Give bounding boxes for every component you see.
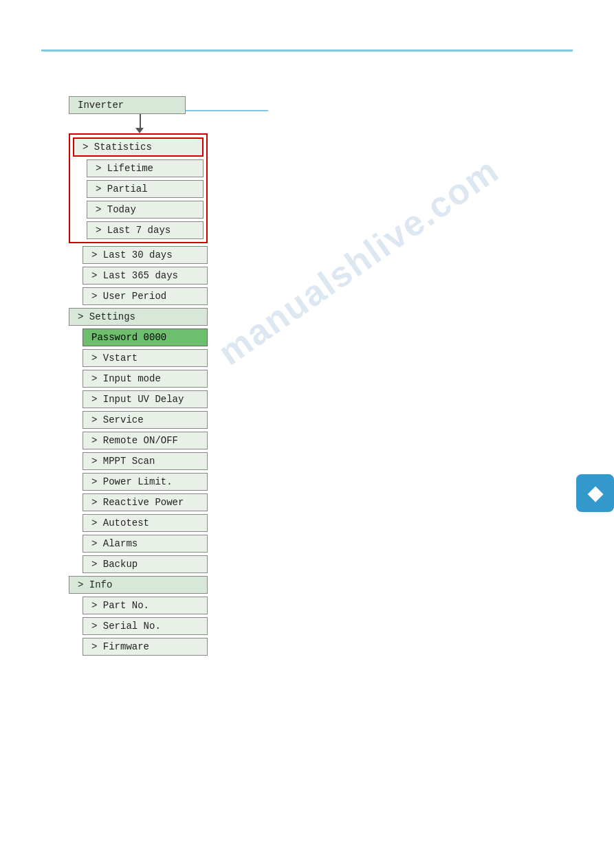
vstart-label: > Vstart	[91, 353, 138, 364]
lifetime-label: > Lifetime	[96, 163, 153, 174]
last30days-label: > Last 30 days	[91, 249, 173, 260]
inverter-label: Inverter	[78, 100, 124, 111]
last7days-node[interactable]: > Last 7 days	[87, 221, 204, 239]
autotest-node[interactable]: > Autotest	[83, 514, 208, 532]
inputuvdelay-node[interactable]: > Input UV Delay	[83, 390, 208, 408]
today-label: > Today	[96, 204, 136, 215]
firmware-node[interactable]: > Firmware	[83, 638, 208, 656]
reactivepower-node[interactable]: > Reactive Power	[83, 493, 208, 511]
alarms-label: > Alarms	[91, 538, 138, 549]
info-icon: ◆	[588, 482, 603, 504]
password-label: Password 0000	[91, 332, 166, 343]
partno-label: > Part No.	[91, 600, 149, 611]
powerlimit-node[interactable]: > Power Limit.	[83, 473, 208, 491]
info-node[interactable]: > Info	[69, 576, 208, 594]
remoteonoff-node[interactable]: > Remote ON/OFF	[83, 432, 208, 449]
menu-tree: Inverter > Statistics > Lifetime > Parti…	[69, 96, 208, 656]
settings-node[interactable]: > Settings	[69, 308, 208, 326]
inputmode-node[interactable]: > Input mode	[83, 370, 208, 388]
backup-node[interactable]: > Backup	[83, 555, 208, 573]
service-node[interactable]: > Service	[83, 411, 208, 429]
serialno-label: > Serial No.	[91, 621, 161, 632]
reactivepower-label: > Reactive Power	[91, 497, 184, 508]
statistics-label: > Statistics	[83, 142, 152, 153]
partial-node[interactable]: > Partial	[87, 180, 204, 198]
info-button[interactable]: ◆	[576, 474, 614, 512]
last365days-label: > Last 365 days	[91, 270, 178, 281]
statistics-group-highlighted: > Statistics > Lifetime > Partial > Toda…	[69, 133, 208, 243]
inverter-root-node[interactable]: Inverter	[69, 96, 186, 114]
mpptscan-label: > MPPT Scan	[91, 456, 155, 467]
info-label: > Info	[78, 579, 112, 590]
firmware-label: > Firmware	[91, 641, 149, 652]
partno-node[interactable]: > Part No.	[83, 597, 208, 614]
vstart-node[interactable]: > Vstart	[83, 349, 208, 367]
serialno-node[interactable]: > Serial No.	[83, 617, 208, 635]
partial-label: > Partial	[96, 183, 148, 194]
statistics-node[interactable]: > Statistics	[73, 137, 204, 157]
inputmode-label: > Input mode	[91, 373, 161, 384]
root-arrow	[83, 114, 208, 133]
last30days-node[interactable]: > Last 30 days	[83, 246, 208, 264]
top-bar	[41, 49, 573, 52]
alarms-node[interactable]: > Alarms	[83, 535, 208, 553]
userperiod-label: > User Period	[91, 291, 166, 302]
inputuvdelay-label: > Input UV Delay	[91, 394, 184, 405]
today-node[interactable]: > Today	[87, 201, 204, 219]
userperiod-node[interactable]: > User Period	[83, 287, 208, 305]
autotest-label: > Autotest	[91, 518, 149, 528]
last7days-label: > Last 7 days	[96, 225, 171, 236]
lifetime-node[interactable]: > Lifetime	[87, 159, 204, 177]
mpptscan-node[interactable]: > MPPT Scan	[83, 452, 208, 470]
backup-label: > Backup	[91, 559, 138, 570]
last365days-node[interactable]: > Last 365 days	[83, 267, 208, 285]
settings-label: > Settings	[78, 311, 135, 322]
powerlimit-label: > Power Limit.	[91, 476, 173, 487]
service-label: > Service	[91, 414, 144, 425]
password-node[interactable]: Password 0000	[83, 329, 208, 346]
remoteonoff-label: > Remote ON/OFF	[91, 435, 178, 446]
watermark: manualshlive.com	[210, 149, 506, 373]
